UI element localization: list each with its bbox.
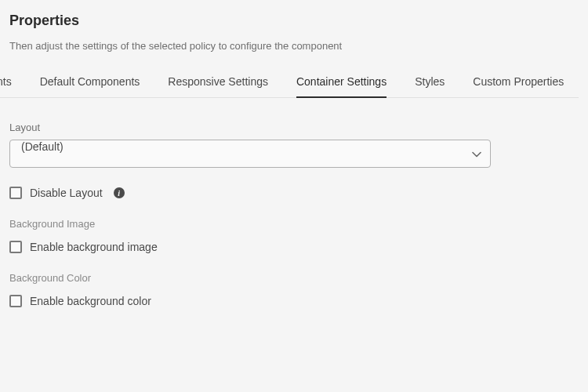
tab-container-settings[interactable]: Container Settings xyxy=(296,75,387,97)
disable-layout-label: Disable Layout xyxy=(30,187,103,199)
tab-default-components[interactable]: Default Components xyxy=(40,75,140,97)
disable-layout-checkbox[interactable] xyxy=(9,187,22,199)
page-title: Properties xyxy=(9,13,579,29)
background-color-heading: Background Color xyxy=(9,272,579,284)
info-icon[interactable]: i xyxy=(114,187,125,198)
enable-bg-image-label: Enable background image xyxy=(30,241,158,253)
tab-custom-properties[interactable]: Custom Properties xyxy=(473,75,564,97)
enable-bg-color-checkbox[interactable] xyxy=(9,295,22,307)
tab-styles[interactable]: Styles xyxy=(415,75,445,97)
background-image-heading: Background Image xyxy=(9,218,579,230)
tab-partial[interactable]: nts xyxy=(0,75,12,97)
tab-responsive-settings[interactable]: Responsive Settings xyxy=(168,75,268,97)
layout-label: Layout xyxy=(9,122,579,133)
enable-bg-color-label: Enable background color xyxy=(30,295,151,307)
layout-select[interactable]: (Default) xyxy=(9,140,491,168)
tabs-bar: nts Default Components Responsive Settin… xyxy=(0,75,579,98)
enable-bg-image-checkbox[interactable] xyxy=(9,241,22,253)
page-subtitle: Then adjust the settings of the selected… xyxy=(9,40,579,52)
